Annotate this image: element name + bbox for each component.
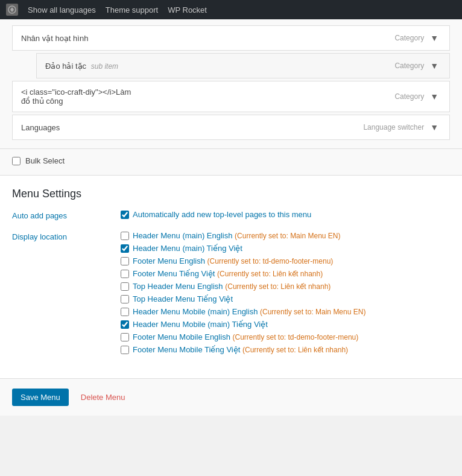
location-label-3[interactable]: Footer Menu Tiếng Việt (Currently set to… — [133, 269, 323, 278]
menu-item-expand[interactable]: ▼ — [428, 121, 441, 133]
menu-item-expand[interactable]: ▼ — [428, 60, 441, 72]
location-checkbox-0[interactable] — [121, 232, 129, 240]
bulk-select-checkbox[interactable] — [12, 157, 21, 165]
location-checkbox-4[interactable] — [121, 282, 129, 291]
auto-add-pages-checkbox-label[interactable]: Automatically add new top-level pages to… — [133, 210, 311, 219]
menu-item-languages[interactable]: Languages Language switcher ▼ — [12, 115, 450, 140]
location-label-2[interactable]: Footer Menu English (Currently set to: t… — [133, 256, 333, 265]
display-location-label: Display location — [12, 231, 109, 241]
menu-item-right: Category ▼ — [394, 90, 441, 103]
location-option-4: Top Header Menu English (Currently set t… — [121, 282, 450, 291]
menu-item-right: Category ▼ — [394, 32, 441, 44]
location-checkbox-1[interactable] — [121, 244, 129, 253]
delete-menu-button[interactable]: Delete Menu — [81, 393, 125, 402]
location-checkbox-3[interactable] — [121, 270, 129, 278]
menu-item-expand[interactable]: ▼ — [428, 90, 441, 103]
admin-bar-theme-support[interactable]: Theme support — [106, 5, 158, 14]
menu-item-html[interactable]: <i class="ico-craft-diy"></i>Làmđồ thủ c… — [12, 81, 450, 112]
action-bar: Save Menu Delete Menu — [0, 378, 462, 416]
menu-item-right: Language switcher ▼ — [363, 121, 441, 133]
location-option-7: Header Menu Mobile (main) Tiếng Việt — [121, 320, 450, 329]
admin-bar-wp-rocket[interactable]: WP Rocket — [168, 5, 207, 14]
location-label-8[interactable]: Footer Menu Mobile English (Currently se… — [133, 332, 358, 341]
location-option-9: Footer Menu Mobile Tiếng Việt (Currently… — [121, 345, 450, 354]
menu-item-title: Languages — [21, 123, 60, 132]
menu-item-type: Category — [394, 34, 424, 42]
location-label-7[interactable]: Header Menu Mobile (main) Tiếng Việt — [133, 320, 268, 329]
location-option-1: Header Menu (main) Tiếng Việt — [121, 244, 450, 253]
location-option-3: Footer Menu Tiếng Việt (Currently set to… — [121, 269, 450, 278]
menu-item-title: <i class="ico-craft-diy"></i>Làmđồ thủ c… — [21, 87, 131, 106]
location-option-2: Footer Menu English (Currently set to: t… — [121, 256, 450, 265]
location-label-5[interactable]: Top Header Menu Tiếng Việt — [133, 294, 233, 303]
sub-item-label: sub item — [91, 62, 118, 71]
auto-add-pages-checkbox-row: Automatically add new top-level pages to… — [121, 210, 450, 219]
menu-settings-section: Menu Settings Auto add pages Automatical… — [0, 175, 462, 378]
admin-bar-show-all-languages[interactable]: Show all languages — [28, 5, 96, 14]
menu-items-section: Nhân vật hoạt hình Category ▼ Đảo hải tặ… — [0, 19, 462, 149]
menu-item-sub[interactable]: Đảo hải tặc sub item Category ▼ — [36, 53, 450, 78]
location-option-8: Footer Menu Mobile English (Currently se… — [121, 332, 450, 341]
display-location-controls: Header Menu (main) English (Currently se… — [121, 231, 450, 358]
wp-logo — [6, 4, 18, 16]
location-label-6[interactable]: Header Menu Mobile (main) English (Curre… — [133, 307, 365, 316]
menu-item-title: Nhân vật hoạt hình — [21, 34, 88, 43]
bulk-select-row: Bulk Select — [0, 149, 462, 175]
location-label-1[interactable]: Header Menu (main) Tiếng Việt — [133, 244, 242, 253]
location-label-4[interactable]: Top Header Menu English (Currently set t… — [133, 282, 331, 291]
auto-add-pages-row: Auto add pages Automatically add new top… — [12, 210, 450, 223]
main-content: Nhân vật hoạt hình Category ▼ Đảo hải tặ… — [0, 19, 462, 416]
menu-item-title: Đảo hải tặc sub item — [45, 62, 118, 71]
menu-item[interactable]: Nhân vật hoạt hình Category ▼ — [12, 25, 450, 51]
menu-item-type: Language switcher — [363, 123, 424, 132]
location-option-0: Header Menu (main) English (Currently se… — [121, 231, 450, 240]
menu-item-type: Category — [394, 92, 424, 101]
location-checkbox-5[interactable] — [121, 295, 129, 303]
location-checkbox-9[interactable] — [121, 346, 129, 354]
location-checkbox-8[interactable] — [121, 333, 129, 341]
auto-add-pages-controls: Automatically add new top-level pages to… — [121, 210, 450, 223]
admin-bar: Show all languages Theme support WP Rock… — [0, 0, 462, 19]
menu-item-right: Category ▼ — [394, 60, 441, 72]
save-menu-button[interactable]: Save Menu — [12, 389, 69, 406]
menu-item-expand[interactable]: ▼ — [428, 32, 441, 44]
location-option-6: Header Menu Mobile (main) English (Curre… — [121, 307, 450, 316]
auto-add-pages-checkbox[interactable] — [121, 211, 129, 219]
bulk-select-label[interactable]: Bulk Select — [25, 156, 65, 165]
display-location-row: Display location Header Menu (main) Engl… — [12, 231, 450, 358]
location-label-9[interactable]: Footer Menu Mobile Tiếng Việt (Currently… — [133, 345, 348, 354]
location-option-5: Top Header Menu Tiếng Việt — [121, 294, 450, 303]
location-checkbox-7[interactable] — [121, 320, 129, 329]
auto-add-pages-label: Auto add pages — [12, 210, 109, 220]
location-checkbox-2[interactable] — [121, 257, 129, 265]
location-label-0[interactable]: Header Menu (main) English (Currently se… — [133, 231, 341, 240]
location-checkbox-6[interactable] — [121, 308, 129, 316]
menu-item-type: Category — [394, 62, 424, 70]
menu-settings-title: Menu Settings — [12, 188, 450, 200]
